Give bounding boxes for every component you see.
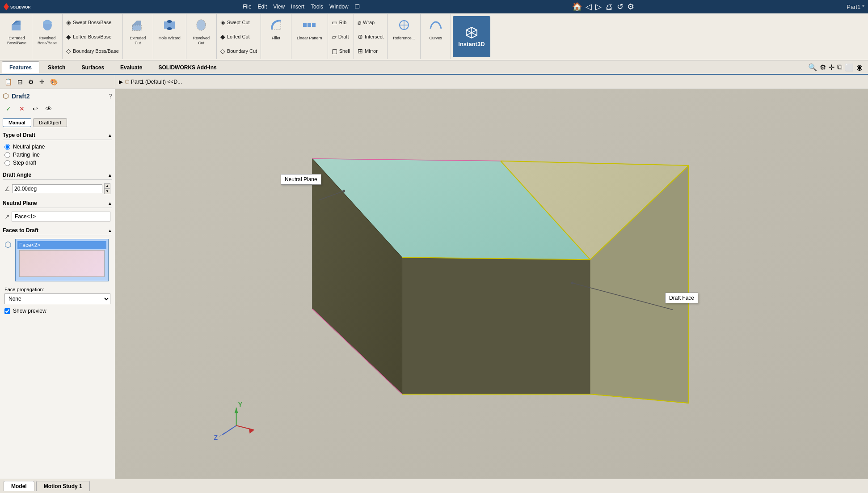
extrude-icon	[10, 18, 24, 35]
rebuild-btn[interactable]: ↺	[617, 2, 624, 12]
neutral-plane-option[interactable]: Neutral plane	[4, 144, 110, 150]
menu-pin[interactable]: ❐	[355, 4, 360, 10]
curves-label: Curves	[430, 36, 442, 41]
revolve-icon	[40, 18, 55, 35]
draft-angle-header[interactable]: Draft Angle ▲	[3, 170, 112, 180]
bottom-tab-motion-study[interactable]: Motion Study 1	[36, 481, 90, 491]
lofted-cut-btn[interactable]: ◆ Lofted Cut	[218, 32, 260, 41]
help-icon[interactable]: ?	[109, 93, 112, 100]
lofted-icon: ◆	[66, 33, 71, 40]
neutral-plane-label: Neutral plane	[13, 144, 45, 150]
boundary-boss-base-btn[interactable]: ◇ Boundary Boss/Base	[63, 47, 122, 55]
intersect-icon: ⊕	[358, 33, 363, 40]
parting-line-option[interactable]: Parting line	[4, 152, 110, 158]
menu-edit[interactable]: Edit	[258, 4, 267, 10]
nav-back[interactable]: ◁	[586, 2, 592, 12]
instant3d-btn[interactable]: Instant3D	[453, 16, 490, 57]
draft-angle-input[interactable]	[12, 184, 102, 193]
lofted-boss-base-btn[interactable]: ◆ Lofted Boss/Base	[63, 32, 122, 41]
fillet-btn[interactable]: Fillet	[264, 16, 288, 42]
tree-icon-configmgr[interactable]: ⚙	[26, 77, 36, 86]
bottom-tab-model[interactable]: Model	[4, 481, 34, 491]
undo-btn[interactable]: ↩	[29, 103, 41, 115]
hole-wizard-label: Hole Wizard	[159, 36, 181, 41]
tree-icon-display[interactable]: 🎨	[48, 77, 59, 86]
menu-tools[interactable]: Tools	[311, 4, 323, 10]
faces-listbox[interactable]: Face<2>	[15, 239, 109, 281]
cuts-col: ◈ Swept Cut ◆ Lofted Cut ◇ Boundary Cut	[218, 15, 260, 58]
mirror-btn[interactable]: ⊞ Mirror	[355, 47, 386, 55]
revolved-cut-btn[interactable]: RevolvedCut	[189, 16, 214, 47]
fillet-icon	[269, 18, 283, 35]
intersect-btn[interactable]: ⊕ Intersect	[355, 32, 386, 41]
hole-wizard-btn[interactable]: Hole Wizard	[156, 16, 183, 42]
hide-btn[interactable]: 👁	[43, 103, 55, 115]
swept-boss-base-btn[interactable]: ◈ Swept Boss/Base	[63, 18, 122, 27]
face-2-item[interactable]: Face<2>	[17, 241, 106, 249]
toolbar-options[interactable]: ⚙	[820, 63, 826, 72]
angle-up-btn[interactable]: ▲	[104, 183, 110, 189]
menu-file[interactable]: File	[243, 4, 251, 10]
extruded-cut-btn[interactable]: ExtrudedCut	[126, 16, 150, 47]
menu-insert[interactable]: Insert	[291, 4, 304, 10]
neutral-plane-header[interactable]: Neutral Plane ▲	[3, 199, 112, 208]
toolbar-layer[interactable]: ⧉	[837, 63, 842, 71]
shell-label: Shell	[339, 48, 350, 54]
rib-btn[interactable]: ▭ Rib	[329, 18, 353, 27]
extruded-cut-label: ExtrudedCut	[130, 36, 146, 46]
extruded-boss-base-btn[interactable]: ExtrudedBoss/Base	[4, 16, 29, 47]
neutral-plane-field[interactable]	[12, 212, 110, 221]
boundary-cut-label: Boundary Cut	[227, 48, 257, 54]
cancel-btn[interactable]: ✕	[16, 103, 28, 115]
draft-angle-input-row: ∠ ▲ ▼	[3, 183, 112, 195]
neutral-plane-callout-text: Neutral Plane	[285, 176, 317, 183]
curves-btn[interactable]: Curves	[423, 16, 448, 42]
tab-features[interactable]: Features	[2, 61, 39, 73]
boundary-cut-btn[interactable]: ◇ Boundary Cut	[218, 47, 260, 55]
tree-icon-dimxpert[interactable]: ✛	[38, 77, 46, 86]
propagation-select[interactable]: None	[4, 293, 110, 304]
intersect-label: Intersect	[365, 34, 383, 39]
nav-forward[interactable]: ▷	[595, 2, 602, 12]
confirm-btn[interactable]: ✓	[3, 103, 14, 115]
show-preview-checkbox[interactable]	[4, 308, 10, 314]
tab-solidworks-addins[interactable]: SOLIDWORKS Add-Ins	[151, 61, 224, 73]
toolbar: ExtrudedBoss/Base RevolvedBoss/Base ◈ Sw…	[0, 13, 868, 60]
tree-icon-propertymanager[interactable]: ⊟	[16, 77, 25, 86]
svg-point-6	[43, 21, 52, 24]
wrap-btn[interactable]: ⌀ Wrap	[355, 18, 386, 27]
toolbar-snap[interactable]: ✛	[829, 63, 834, 72]
viewport: ▶ ⬡ Part1 (Default) <<D...	[115, 75, 868, 479]
draft-btn[interactable]: ▱ Draft	[329, 32, 353, 41]
nav-home[interactable]: 🏠	[572, 2, 582, 12]
toolbar-search[interactable]: 🔍	[808, 63, 817, 72]
manual-mode-btn[interactable]: Manual	[3, 118, 31, 127]
faces-to-draft-toggle: ▲	[108, 228, 112, 233]
reference-btn[interactable]: Reference...	[390, 16, 417, 42]
print-btn[interactable]: 🖨	[605, 2, 613, 12]
tab-evaluate[interactable]: Evaluate	[113, 61, 150, 73]
rib-label: Rib	[339, 20, 347, 25]
3d-canvas[interactable]: Z Y Neutral Plane Draft Face	[115, 89, 868, 479]
faces-to-draft-header[interactable]: Faces to Draft ▲	[3, 226, 112, 235]
shell-btn[interactable]: ▢ Shell	[329, 47, 353, 55]
tree-expand-icon[interactable]: ▶	[119, 79, 123, 85]
linear-pattern-btn[interactable]: Linear Pattern	[294, 16, 325, 42]
lofted-cut-label: Lofted Cut	[227, 34, 250, 39]
revolved-boss-base-btn[interactable]: RevolvedBoss/Base	[35, 16, 59, 47]
swept-cut-btn[interactable]: ◈ Swept Cut	[218, 18, 260, 27]
tab-sketch[interactable]: Sketch	[40, 61, 73, 73]
toolbar-view[interactable]: ◉	[856, 63, 863, 72]
tree-icon-featuremgr[interactable]: 📋	[3, 77, 14, 86]
angle-down-btn[interactable]: ▼	[104, 189, 110, 194]
draftxpert-mode-btn[interactable]: DraftXpert	[33, 118, 67, 127]
tab-surfaces[interactable]: Surfaces	[74, 61, 112, 73]
swept-boss-label: Swept Boss/Base	[73, 20, 111, 25]
type-of-draft-label: Type of Draft	[3, 132, 35, 138]
menu-window[interactable]: Window	[329, 4, 349, 10]
step-draft-option[interactable]: Step draft	[4, 160, 110, 166]
settings-btn[interactable]: ⚙	[627, 2, 634, 12]
menu-view[interactable]: View	[273, 4, 285, 10]
type-of-draft-header[interactable]: Type of Draft ▲	[3, 131, 112, 140]
toolbar-display[interactable]: ⬜	[845, 63, 854, 72]
